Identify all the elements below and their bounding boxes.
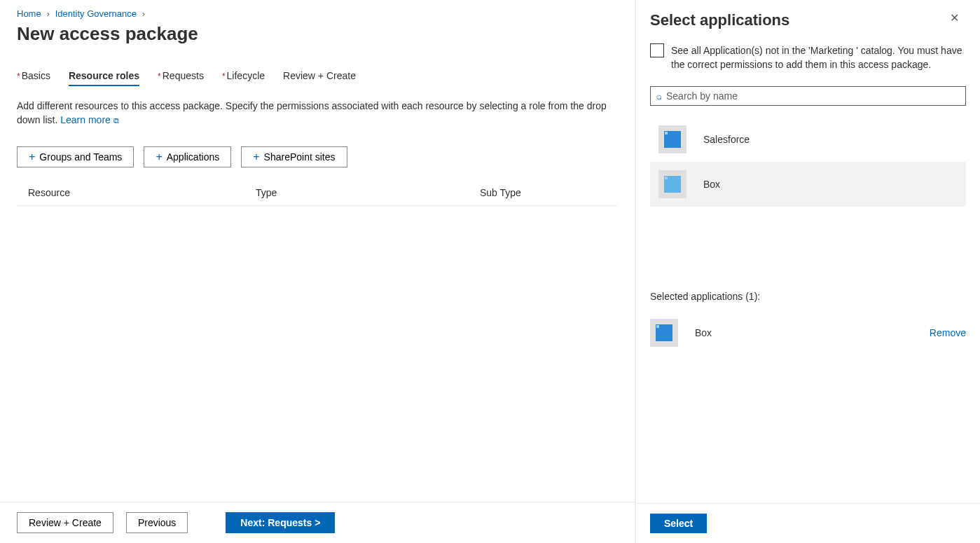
see-all-checkbox[interactable] [650,43,664,57]
selected-app-label: Box [695,327,712,338]
panel-title: Select applications [650,11,789,29]
search-input[interactable] [666,90,960,102]
tab-requests[interactable]: *Requests [158,69,204,85]
resource-table-header: Resource Type Sub Type [17,180,618,206]
select-button[interactable]: Select [650,514,707,533]
plus-icon: + [253,151,259,163]
button-label: SharePoint sites [264,151,336,163]
app-row-box[interactable]: Box [650,162,966,207]
add-resource-buttons: +Groups and Teams +Applications +SharePo… [17,146,618,167]
tab-lifecycle[interactable]: *Lifecycle [222,69,265,85]
wizard-footer: Review + Create Previous Next: Requests … [0,502,635,543]
panel-body: See all Application(s) not in the 'Marke… [636,43,980,503]
tab-review-create[interactable]: Review + Create [283,69,356,85]
tab-label: Requests [163,70,204,81]
page-title: New access package [17,23,618,45]
breadcrumb-identity-governance[interactable]: Identity Governance [55,8,137,19]
add-sharepoint-sites-button[interactable]: +SharePoint sites [241,146,347,167]
tab-resource-roles[interactable]: Resource roles [69,69,139,85]
tab-label: Lifecycle [227,70,265,81]
review-create-button[interactable]: Review + Create [17,512,113,533]
application-icon [658,125,686,153]
previous-button[interactable]: Previous [126,512,188,533]
plus-icon: + [156,151,162,163]
search-icon: ⌕ [656,90,662,102]
selected-app-row: Box Remove [650,315,966,351]
button-label: Groups and Teams [39,151,122,163]
selected-applications-heading: Selected applications (1): [650,291,966,302]
remove-link[interactable]: Remove [930,327,966,338]
see-all-text: See all Application(s) not in the 'Marke… [671,43,966,72]
search-box[interactable]: ⌕ [650,86,966,106]
column-type: Type [256,187,480,198]
main-body: Home › Identity Governance › New access … [0,0,635,502]
application-icon [650,319,678,347]
tab-label: Basics [22,70,50,81]
app-label: Box [703,179,720,190]
application-icon [658,170,686,198]
chevron-right-icon: › [142,9,145,19]
main-content: Home › Identity Governance › New access … [0,0,635,543]
tabs: *Basics Resource roles *Requests *Lifecy… [17,69,618,85]
next-button[interactable]: Next: Requests > [226,512,335,533]
see-all-row: See all Application(s) not in the 'Marke… [650,43,966,72]
tab-description: Add different resources to this access p… [17,99,618,127]
learn-more-link[interactable]: Learn more ⧉ [60,114,118,125]
panel-header: Select applications ✕ [636,0,980,43]
close-icon[interactable]: ✕ [947,11,962,25]
tab-label: Resource roles [69,70,139,81]
add-applications-button[interactable]: +Applications [144,146,231,167]
tab-basics[interactable]: *Basics [17,69,50,85]
external-link-icon: ⧉ [113,116,119,125]
add-groups-teams-button[interactable]: +Groups and Teams [17,146,134,167]
column-subtype: Sub Type [480,187,607,198]
breadcrumb-home[interactable]: Home [17,8,41,19]
app-row-salesforce[interactable]: Salesforce [650,117,966,162]
panel-footer: Select [636,503,980,543]
breadcrumb: Home › Identity Governance › [17,8,618,19]
tab-label: Review + Create [283,70,356,81]
chevron-right-icon: › [47,9,50,19]
select-applications-panel: Select applications ✕ See all Applicatio… [635,0,980,543]
button-label: Applications [167,151,220,163]
app-label: Salesforce [703,134,750,145]
column-resource: Resource [28,187,256,198]
plus-icon: + [29,151,35,163]
